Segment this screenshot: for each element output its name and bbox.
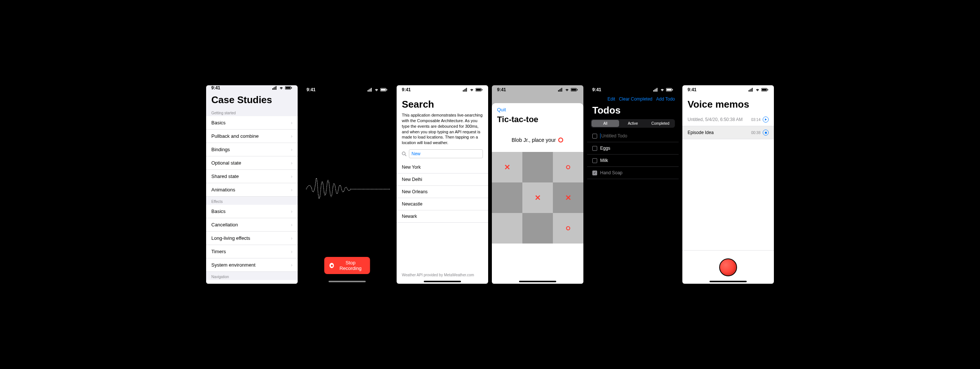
- svg-rect-10: [371, 88, 372, 92]
- list-row[interactable]: Pullback and combine›: [206, 129, 298, 143]
- svg-rect-5: [286, 87, 291, 89]
- page-title: Tic-tac-toe: [492, 112, 583, 132]
- row-label: Bindings: [211, 147, 230, 152]
- todo-label: Eggs: [600, 145, 610, 151]
- list-row[interactable]: Navigate and load data›: [206, 280, 298, 284]
- home-indicator[interactable]: [519, 281, 556, 282]
- segment-active[interactable]: Active: [619, 120, 647, 127]
- board-cell-2-0[interactable]: [492, 213, 522, 243]
- edit-button[interactable]: Edit: [608, 96, 616, 102]
- wifi-icon: [374, 88, 379, 92]
- status-bar: 9:41: [492, 85, 583, 94]
- quit-button[interactable]: Quit: [492, 103, 583, 112]
- search-result[interactable]: New Orleans: [397, 186, 488, 198]
- svg-rect-26: [562, 88, 562, 92]
- status-indicators: [368, 88, 388, 92]
- search-result[interactable]: Newark: [397, 210, 488, 223]
- board-cell-1-0[interactable]: [492, 182, 522, 213]
- status-time: 9:41: [307, 87, 315, 92]
- search-input[interactable]: [409, 149, 483, 158]
- waveform-icon: [304, 167, 390, 211]
- board-cell-0-2[interactable]: [553, 152, 583, 182]
- board-cell-0-1[interactable]: [522, 152, 553, 182]
- row-label: System environment: [211, 262, 256, 268]
- chevron-right-icon: ›: [291, 236, 293, 241]
- svg-rect-45: [762, 89, 767, 91]
- status-indicators: [749, 88, 769, 92]
- list-row[interactable]: System environment›: [206, 259, 298, 272]
- svg-rect-42: [751, 89, 752, 92]
- clear-completed-button[interactable]: Clear Completed: [619, 96, 652, 102]
- board-cell-2-2[interactable]: [553, 213, 583, 243]
- board-cell-2-1[interactable]: [522, 213, 553, 243]
- status-bar: 9:41: [397, 85, 488, 94]
- add-todo-button[interactable]: Add Todo: [656, 96, 675, 102]
- status-time: 9:41: [687, 87, 697, 92]
- stop-icon[interactable]: [763, 129, 769, 136]
- svg-rect-34: [654, 89, 655, 92]
- home-indicator[interactable]: [329, 281, 366, 282]
- todo-input[interactable]: [600, 133, 657, 139]
- list-row[interactable]: Shared state›: [206, 170, 298, 183]
- record-button[interactable]: [719, 259, 737, 276]
- todo-row[interactable]: Eggs: [587, 142, 679, 155]
- checkbox[interactable]: [592, 134, 597, 139]
- svg-line-22: [405, 155, 406, 156]
- home-indicator[interactable]: [424, 281, 461, 282]
- chevron-right-icon: ›: [291, 147, 293, 152]
- svg-rect-39: [672, 89, 673, 91]
- chevron-right-icon: ›: [291, 209, 293, 214]
- search-result[interactable]: New Delhi: [397, 174, 488, 186]
- list-row[interactable]: Timers›: [206, 245, 298, 259]
- x-marker-icon: ✕: [535, 193, 541, 202]
- segment-all[interactable]: All: [592, 120, 619, 127]
- todo-row[interactable]: Milk: [587, 155, 679, 167]
- screen-search: 9:41 Search This application demonstrate…: [397, 85, 488, 284]
- memo-duration: 00:38: [751, 131, 760, 135]
- checkbox[interactable]: [592, 171, 597, 176]
- svg-rect-46: [768, 89, 768, 91]
- svg-rect-0: [272, 88, 273, 90]
- todo-row[interactable]: Hand Soap: [587, 167, 679, 179]
- status-bar: 9:41: [206, 85, 298, 91]
- checkbox[interactable]: [592, 146, 597, 151]
- list-row[interactable]: Basics›: [206, 205, 298, 218]
- x-marker-icon: ✕: [565, 193, 571, 202]
- search-result[interactable]: Newcastle: [397, 198, 488, 210]
- board-cell-1-2[interactable]: ✕: [553, 182, 583, 213]
- list-row[interactable]: Basics›: [206, 116, 298, 129]
- board-cell-0-0[interactable]: ✕: [492, 152, 522, 182]
- row-label: Long-living effects: [211, 235, 250, 241]
- play-icon[interactable]: [763, 117, 769, 123]
- screen-recording: 9:41 Stop Recording: [301, 85, 393, 284]
- status-time: 9:41: [497, 87, 506, 92]
- svg-rect-24: [559, 89, 560, 92]
- svg-rect-19: [476, 89, 481, 91]
- svg-rect-23: [558, 90, 559, 92]
- list-row[interactable]: Animations›: [206, 183, 298, 196]
- todo-row[interactable]: [587, 130, 679, 142]
- chevron-right-icon: ›: [291, 134, 293, 139]
- memo-row[interactable]: Untitled, 5/4/20, 6:50:38 AM03:14: [682, 113, 774, 126]
- filter-segmented[interactable]: All Active Completed: [591, 119, 675, 128]
- stop-recording-button[interactable]: Stop Recording: [325, 257, 370, 274]
- segment-completed[interactable]: Completed: [647, 120, 674, 127]
- list-row[interactable]: Bindings›: [206, 143, 298, 157]
- list-row[interactable]: Optional state›: [206, 157, 298, 170]
- svg-rect-41: [750, 89, 751, 92]
- memo-row[interactable]: Episode Idea00:38: [682, 126, 774, 139]
- wifi-icon: [469, 88, 474, 92]
- list-row[interactable]: Cancellation›: [206, 218, 298, 232]
- wifi-icon: [279, 86, 284, 90]
- checkbox[interactable]: [592, 158, 597, 163]
- svg-rect-13: [387, 89, 387, 91]
- waveform-canvas: [301, 94, 393, 284]
- home-indicator[interactable]: [710, 281, 747, 282]
- list-row[interactable]: Long-living effects›: [206, 232, 298, 245]
- stop-icon: [329, 263, 334, 268]
- board-cell-1-1[interactable]: ✕: [522, 182, 553, 213]
- signal-icon: [653, 88, 659, 92]
- chevron-right-icon: ›: [291, 262, 293, 268]
- search-result[interactable]: New York: [397, 161, 488, 174]
- chevron-right-icon: ›: [291, 187, 293, 193]
